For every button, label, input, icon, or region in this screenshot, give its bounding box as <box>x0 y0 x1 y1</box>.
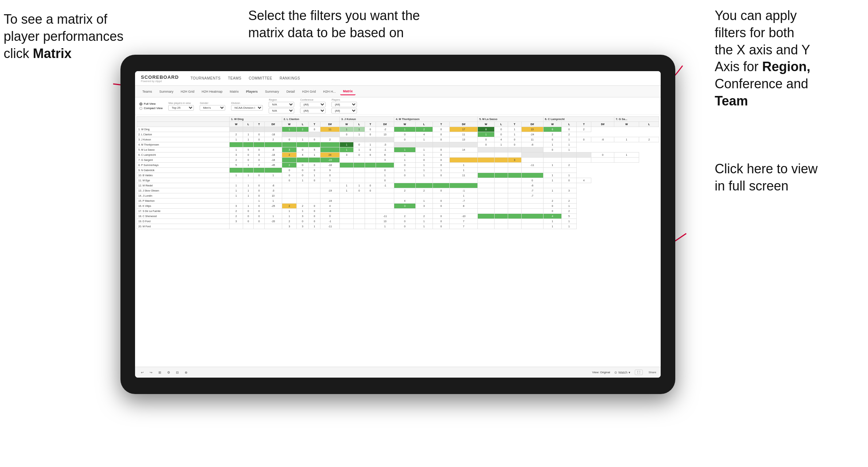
nav-rankings[interactable]: RANKINGS <box>280 76 300 80</box>
cell <box>339 163 353 168</box>
annotation-top-center: Select the filters you want the matrix d… <box>248 7 431 42</box>
settings-button[interactable]: ⚙ <box>166 370 172 375</box>
zoom-fit-button[interactable]: ⊞ <box>157 370 163 375</box>
cell <box>477 214 494 219</box>
tab-players[interactable]: Players <box>243 88 261 95</box>
cell <box>339 198 353 204</box>
cell <box>508 153 521 158</box>
table-row: 18. C Sherwood 2001 1300 -11 220-10 45 <box>137 214 659 219</box>
cell: 1 <box>230 193 243 198</box>
annotation-line3: click <box>4 46 33 61</box>
cell: -45 <box>264 163 282 168</box>
undo-button[interactable]: ↩ <box>139 370 145 375</box>
nav-tournaments[interactable]: TOURNAMENTS <box>191 76 221 80</box>
cell: 0 <box>508 142 521 147</box>
table-row: 20. M Ford 331-11 1 0107 11 <box>137 224 659 229</box>
cell <box>521 153 543 158</box>
cell <box>339 158 353 163</box>
player-10: 10. B Valdes <box>137 173 230 178</box>
tab-h2h-grid2[interactable]: H2H Grid <box>299 88 319 95</box>
tab-h2h-heatmap[interactable]: H2H Heatmap <box>199 88 226 95</box>
cell <box>450 183 477 188</box>
cell: 10 <box>264 193 282 198</box>
cell <box>297 188 308 193</box>
cell: 1 <box>415 219 433 224</box>
cell: 1 <box>243 193 253 198</box>
region-select-2[interactable]: N/A <box>269 108 294 113</box>
cell <box>308 188 320 193</box>
cell: 5 <box>230 163 243 168</box>
cell: -1 <box>320 219 340 224</box>
cell <box>297 193 308 198</box>
players-select-2[interactable]: (All) <box>331 108 357 113</box>
nav-teams[interactable]: TEAMS <box>228 76 241 80</box>
division-select[interactable]: NCAA Division I <box>231 105 263 111</box>
radio-full-view[interactable]: Full View <box>139 102 162 105</box>
radio-compact-circle <box>139 107 142 110</box>
cell: 14 <box>450 147 477 153</box>
cell: 2 <box>394 188 416 193</box>
cell: 2 <box>639 137 659 142</box>
cell: 13 <box>450 137 477 142</box>
cell: 0 <box>243 214 253 219</box>
cell <box>339 219 353 224</box>
gender-select[interactable]: Men's <box>200 105 225 111</box>
tab-summary[interactable]: Summary <box>157 88 177 95</box>
cell: 0 <box>394 219 416 224</box>
cell <box>254 127 264 132</box>
cell: 2 <box>415 214 433 219</box>
watch-button[interactable]: ⊙ Watch ▾ <box>613 370 631 375</box>
cell <box>354 168 365 173</box>
cell <box>365 214 376 219</box>
cell <box>576 153 591 158</box>
cell: 3 <box>415 204 433 209</box>
cell: 1 <box>308 224 320 229</box>
cell <box>477 188 494 193</box>
region-select-1[interactable]: N/A <box>269 102 294 107</box>
players-select-1[interactable]: (All) <box>331 102 357 107</box>
cell: 1 <box>376 224 394 229</box>
annotation-br-l1: Click here to view <box>715 161 818 176</box>
nav-committee[interactable]: COMMITTEE <box>249 76 272 80</box>
cell <box>339 209 353 214</box>
cell: 0 <box>308 204 320 209</box>
cell: 1 <box>243 163 253 168</box>
expand-button[interactable]: ⊕ <box>183 370 189 375</box>
cell <box>264 224 282 229</box>
fullscreen-button[interactable]: ⛶ <box>635 370 643 375</box>
cell: 0 <box>365 127 376 132</box>
redo-button[interactable]: ↪ <box>148 370 154 375</box>
sh-w7: W <box>614 122 639 127</box>
cell <box>415 178 433 183</box>
radio-compact-view[interactable]: Compact View <box>139 107 162 110</box>
player-5: 5. M La Sasso <box>137 147 230 153</box>
tab-matrix[interactable]: Matrix <box>340 88 356 95</box>
cell <box>508 209 521 214</box>
tab-teams[interactable]: Teams <box>139 88 155 95</box>
cell <box>339 173 353 178</box>
player-6: 6. C Lamprecht <box>137 153 230 158</box>
cell: 2 <box>282 163 296 168</box>
tab-matrix-left[interactable]: Matrix <box>227 88 242 95</box>
cell <box>433 193 450 198</box>
table-row: 2. L Clanton 210-16 01013 04011 101-24 2… <box>137 132 659 137</box>
cell <box>308 193 320 198</box>
conference-select-2[interactable]: (All) <box>300 108 326 113</box>
conference-select-1[interactable]: (All) <box>300 102 326 107</box>
cell: -8 <box>320 209 340 214</box>
share-button[interactable]: Share <box>649 371 656 374</box>
tab-summary2[interactable]: Summary <box>262 88 282 95</box>
cell <box>494 188 508 193</box>
tab-h2h-h[interactable]: H2H H... <box>320 88 339 95</box>
cell <box>308 158 320 163</box>
grid-button[interactable]: ⊟ <box>174 370 180 375</box>
tab-detail[interactable]: Detail <box>284 88 298 95</box>
cell: 0 <box>433 224 450 229</box>
cell: 0 <box>297 173 308 178</box>
matrix-container[interactable]: 1. W Ding 2. L Clanton 3. J Koivun 4. M … <box>135 115 661 367</box>
cell: 0 <box>254 147 264 153</box>
tab-h2h-grid[interactable]: H2H Grid <box>178 88 197 95</box>
cell <box>477 219 494 224</box>
cell <box>254 224 264 229</box>
max-players-select[interactable]: Top 25 <box>168 105 194 111</box>
